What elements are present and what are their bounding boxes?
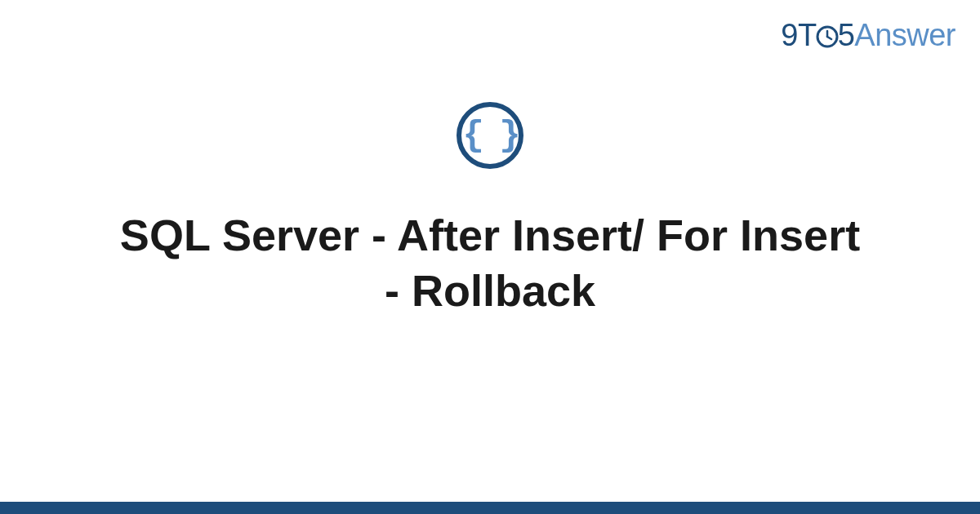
logo-text-9t: 9T <box>781 18 816 52</box>
footer-accent-bar <box>0 502 980 514</box>
category-icon-circle: { } <box>457 102 523 169</box>
logo-text-answer: Answer <box>854 18 956 52</box>
clock-icon <box>815 21 840 56</box>
page-title: SQL Server - After Insert/ For Insert - … <box>82 208 898 318</box>
site-logo: 9T5Answer <box>781 18 956 56</box>
main-content: { } SQL Server - After Insert/ For Inser… <box>0 102 980 318</box>
code-braces-icon: { } <box>462 117 517 153</box>
svg-line-2 <box>827 37 831 39</box>
logo-text-5: 5 <box>838 18 855 52</box>
